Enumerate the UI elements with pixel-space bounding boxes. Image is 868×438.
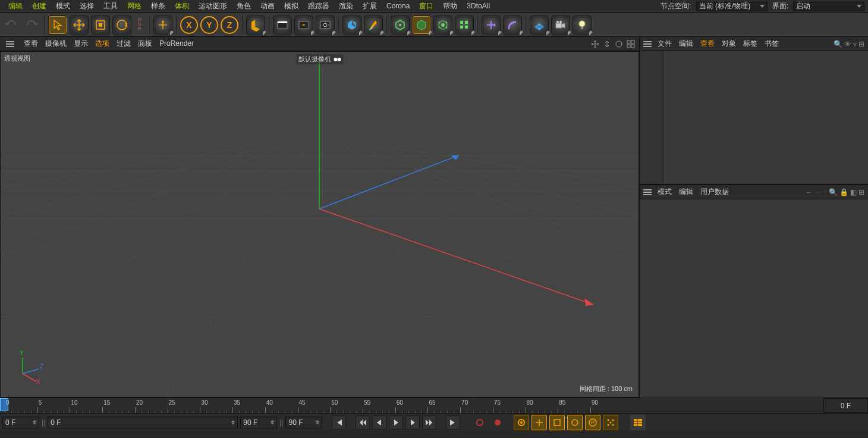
redo-button[interactable] — [23, 16, 40, 34]
camera-button[interactable] — [551, 15, 570, 35]
range-end-field[interactable]: 90 F — [240, 417, 277, 428]
viewport-menu-显示[interactable]: 显示 — [70, 38, 92, 49]
primitive-cube-button[interactable] — [342, 15, 361, 35]
menu-动画[interactable]: 动画 — [256, 1, 279, 11]
next-frame-button[interactable] — [405, 415, 420, 430]
timeline-window-button[interactable] — [630, 415, 646, 430]
key-parameter-button[interactable]: P — [585, 415, 600, 430]
render-settings-button[interactable] — [316, 15, 335, 35]
prev-frame-button[interactable] — [372, 415, 386, 430]
perspective-viewport[interactable]: 透视视图 默认摄像机 网格间距 : 100 cm Y Z X — [0, 51, 639, 398]
viewport-hamburger-icon[interactable] — [4, 41, 17, 47]
render-pv-button[interactable] — [294, 15, 313, 35]
search-icon[interactable]: 🔍 — [829, 188, 838, 196]
field-button[interactable] — [433, 15, 452, 35]
obj-tab-文件[interactable]: 文件 — [654, 38, 675, 49]
menu-模式[interactable]: 模式 — [51, 1, 75, 11]
undo-button[interactable] — [2, 16, 20, 34]
generator-button[interactable] — [391, 15, 410, 35]
light-button[interactable] — [573, 15, 592, 35]
scale-tool[interactable] — [91, 15, 110, 35]
psr-button[interactable]: PSR — [134, 16, 146, 34]
recent-tool[interactable] — [153, 15, 172, 35]
viewport-menu-查看[interactable]: 查看 — [20, 38, 42, 49]
spline-pen-button[interactable] — [364, 15, 383, 35]
obj-tab-书签[interactable]: 书签 — [761, 38, 782, 49]
range-start-field[interactable]: 0 F — [2, 417, 39, 428]
viewport-menu-过滤[interactable]: 过滤 — [113, 38, 134, 49]
key-selection-button[interactable] — [514, 415, 529, 430]
coord-system-button[interactable] — [246, 15, 265, 35]
node-space-dropdown[interactable]: 当前 (标准/物理) — [696, 2, 768, 11]
eye-icon[interactable]: 👁 — [844, 40, 851, 48]
next-key-button[interactable] — [422, 415, 436, 430]
play-button[interactable] — [389, 415, 403, 430]
new-window-icon[interactable]: ◧ — [850, 188, 857, 196]
menu-创建[interactable]: 创建 — [27, 1, 51, 11]
viewport-menu-摄像机[interactable]: 摄像机 — [42, 38, 70, 49]
viewport-menu-选项[interactable]: 选项 — [92, 38, 113, 49]
timeline-ruler[interactable]: 051015202530354045505560657075808590 — [0, 398, 823, 413]
lock-icon[interactable]: 🔒 — [839, 188, 848, 196]
menu-样条[interactable]: 样条 — [146, 1, 170, 11]
attr-tab-编辑[interactable]: 编辑 — [675, 186, 697, 197]
key-pla-button[interactable] — [603, 415, 618, 430]
menu-Corona[interactable]: Corona — [382, 1, 414, 11]
obj-tab-对象[interactable]: 对象 — [718, 38, 740, 49]
menu-窗口[interactable]: 窗口 — [414, 1, 438, 11]
mograph-button[interactable] — [455, 15, 474, 35]
menu-渲染[interactable]: 渲染 — [334, 1, 358, 11]
goto-end-button[interactable] — [446, 415, 460, 430]
y-axis-lock[interactable]: Y — [200, 16, 218, 34]
attr-tab-模式[interactable]: 模式 — [654, 186, 675, 197]
bend-button[interactable] — [503, 15, 522, 35]
move-tool[interactable] — [70, 15, 89, 35]
menu-3DtoAll[interactable]: 3DtoAll — [462, 1, 495, 11]
z-axis-lock[interactable]: Z — [221, 16, 238, 34]
attr-hamburger-icon[interactable] — [643, 189, 652, 195]
current-frame-field[interactable]: 0 F — [48, 417, 238, 428]
menu-跟踪器[interactable]: 跟踪器 — [303, 1, 334, 11]
viewport-toggle-icon[interactable] — [626, 39, 636, 49]
expand-icon[interactable]: ⊞ — [858, 40, 864, 48]
menu-角色[interactable]: 角色 — [232, 1, 256, 11]
menu-编辑[interactable]: 编辑 — [4, 1, 27, 11]
obj-tab-查看[interactable]: 查看 — [697, 38, 718, 49]
up-arrow-icon[interactable]: ↑ — [823, 188, 827, 196]
menu-运动图形[interactable]: 运动图形 — [194, 1, 232, 11]
viewport-camera-label[interactable]: 默认摄像机 — [296, 54, 343, 64]
viewport-menu-面板[interactable]: 面板 — [134, 38, 156, 49]
floor-button[interactable] — [530, 15, 549, 35]
key-rotation-button[interactable] — [567, 415, 583, 430]
key-position-button[interactable] — [532, 415, 547, 430]
deformer-button[interactable] — [412, 15, 431, 35]
record-button[interactable] — [472, 415, 488, 430]
axis-center-button[interactable] — [482, 15, 501, 35]
prev-key-button[interactable] — [356, 415, 370, 430]
menu-选择[interactable]: 选择 — [75, 1, 99, 11]
menu-体积[interactable]: 体积 — [170, 1, 194, 11]
menu-扩展[interactable]: 扩展 — [358, 1, 382, 11]
viewport-rotate-icon[interactable] — [614, 39, 624, 49]
menu-模拟[interactable]: 模拟 — [279, 1, 303, 11]
rotate-tool[interactable] — [112, 15, 131, 35]
timeline-end-field[interactable]: 0 F — [823, 398, 868, 413]
key-scale-button[interactable] — [549, 415, 565, 430]
viewport-zoom-icon[interactable] — [602, 39, 612, 49]
expand-icon[interactable]: ⊞ — [858, 188, 864, 196]
obj-tab-标签[interactable]: 标签 — [740, 38, 761, 49]
object-hamburger-icon[interactable] — [643, 41, 652, 47]
project-end-field[interactable]: 90 F — [285, 417, 322, 428]
obj-tab-编辑[interactable]: 编辑 — [675, 38, 697, 49]
menu-帮助[interactable]: 帮助 — [438, 1, 462, 11]
select-tool[interactable] — [48, 15, 67, 35]
menu-工具[interactable]: 工具 — [99, 1, 122, 11]
search-icon[interactable]: 🔍 — [834, 40, 842, 48]
attribute-manager-body[interactable] — [640, 199, 868, 398]
goto-start-button[interactable] — [332, 415, 346, 430]
forward-arrow-icon[interactable]: → — [814, 188, 822, 196]
interface-dropdown[interactable]: 启动 — [793, 2, 864, 11]
attr-tab-用户数据[interactable]: 用户数据 — [697, 186, 732, 197]
viewport-menu-ProRender[interactable]: ProRender — [156, 38, 197, 49]
autokey-button[interactable] — [490, 415, 505, 430]
